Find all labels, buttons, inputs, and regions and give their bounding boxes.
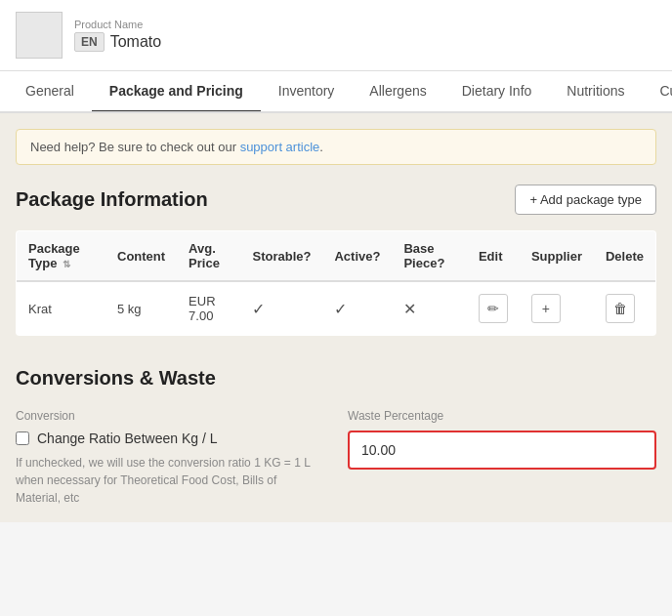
main-content: Need help? Be sure to check out our supp…	[0, 113, 672, 522]
conversion-checkbox-row: Change Ratio Between Kg / L	[16, 431, 324, 446]
col-storable: Storable?	[240, 231, 322, 282]
delete-button[interactable]: 🗑	[606, 294, 635, 323]
waste-percentage-input[interactable]	[352, 434, 652, 466]
edit-button[interactable]: ✏	[479, 294, 508, 323]
product-name-value: Tomato	[110, 33, 161, 51]
sort-icon-package-type: ⇅	[63, 259, 70, 269]
conversions-section: Conversions & Waste Conversion Change Ra…	[16, 367, 656, 507]
cell-base-piece: ✕	[392, 281, 467, 336]
product-name-field: EN Tomato	[74, 32, 161, 52]
cell-active: ✓	[322, 281, 392, 336]
cell-edit: ✏	[467, 281, 520, 336]
tab-inventory[interactable]: Inventory	[261, 71, 353, 113]
cell-supplier: +	[520, 281, 594, 336]
conversions-form-row: Conversion Change Ratio Between Kg / L I…	[16, 409, 656, 507]
supplier-button[interactable]: +	[531, 294, 561, 323]
add-package-type-button[interactable]: + Add package type	[515, 185, 656, 215]
storable-check-icon: ✓	[252, 301, 265, 317]
col-edit: Edit	[467, 231, 520, 282]
package-info-title: Package Information	[16, 188, 208, 211]
lang-badge: EN	[74, 32, 105, 52]
col-active: Active?	[322, 231, 392, 282]
tabs-bar: General Package and Pricing Inventory Al…	[0, 71, 672, 113]
cell-content: 5 kg	[105, 281, 177, 336]
tab-general[interactable]: General	[8, 71, 92, 113]
table-header-row: Package Type ⇅ Content Avg. Price Storab…	[17, 231, 656, 282]
waste-input-wrapper	[348, 431, 656, 470]
product-image	[16, 12, 63, 59]
conversion-label: Conversion	[16, 409, 324, 423]
product-name-group: Product Name EN Tomato	[74, 19, 161, 52]
col-base-piece: Base Piece?	[392, 231, 467, 282]
col-avg-price: Avg. Price	[177, 231, 240, 282]
tab-allergens[interactable]: Allergens	[352, 71, 443, 113]
help-banner: Need help? Be sure to check out our supp…	[16, 129, 656, 165]
cell-avg-price: EUR7.00	[177, 281, 240, 336]
help-text: Need help? Be sure to check out our	[30, 140, 240, 154]
product-header: Product Name EN Tomato	[0, 0, 672, 71]
package-table: Package Type ⇅ Content Avg. Price Storab…	[16, 230, 656, 336]
help-link[interactable]: support article	[240, 140, 320, 154]
product-name-label: Product Name	[74, 19, 161, 30]
conversions-title: Conversions & Waste	[16, 367, 656, 390]
base-piece-cross-icon: ✕	[403, 301, 416, 317]
conversion-checkbox[interactable]	[16, 431, 29, 445]
conversion-group: Conversion Change Ratio Between Kg / L I…	[16, 409, 324, 507]
cell-storable: ✓	[240, 281, 322, 336]
table-row: Krat 5 kg EUR7.00 ✓ ✓ ✕ ✏ + 🗑	[17, 281, 656, 336]
col-supplier: Supplier	[520, 231, 594, 282]
help-suffix: .	[319, 140, 323, 154]
waste-label: Waste Percentage	[348, 409, 656, 423]
tab-dietary-info[interactable]: Dietary Info	[444, 71, 550, 113]
col-package-type: Package Type ⇅	[17, 231, 106, 282]
tab-nutritions[interactable]: Nutritions	[549, 71, 642, 113]
col-delete: Delete	[594, 231, 656, 282]
col-content: Content	[105, 231, 177, 282]
conversion-checkbox-label[interactable]: Change Ratio Between Kg / L	[37, 431, 217, 446]
package-info-header: Package Information + Add package type	[16, 185, 656, 215]
tab-package-pricing[interactable]: Package and Pricing	[92, 71, 261, 113]
cell-package-type: Krat	[17, 281, 106, 336]
waste-group: Waste Percentage	[348, 409, 656, 470]
cell-delete: 🗑	[594, 281, 656, 336]
conversion-hint: If unchecked, we will use the conversion…	[16, 454, 324, 507]
active-check-icon: ✓	[334, 301, 347, 317]
tab-custom[interactable]: Cus...	[642, 71, 672, 113]
